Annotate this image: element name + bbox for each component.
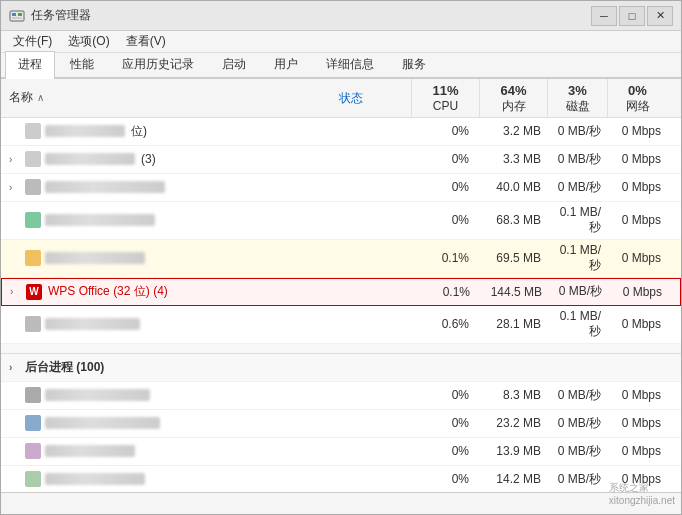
expand-arrow-icon bbox=[9, 253, 21, 264]
row-status bbox=[331, 448, 411, 454]
row-cpu: 0% bbox=[411, 177, 479, 197]
tab-processes[interactable]: 进程 bbox=[5, 51, 55, 79]
table-row[interactable]: 位) 0% 3.2 MB 0 MB/秒 0 Mbps bbox=[1, 118, 681, 146]
row-status bbox=[331, 184, 411, 190]
process-icon bbox=[25, 443, 41, 459]
expand-arrow-icon: › bbox=[10, 286, 22, 297]
row-net: 0 Mbps bbox=[607, 413, 667, 433]
content-area: 名称 ∧ 状态 11% CPU 64% 内存 3% 磁盘 0% 网络 bbox=[1, 79, 681, 492]
section-header-background[interactable]: › 后台进程 (100) bbox=[1, 354, 681, 382]
row-net: 0 Mbps bbox=[608, 282, 668, 302]
table-row[interactable]: 0% 68.3 MB 0.1 MB/秒 0 Mbps bbox=[1, 202, 681, 240]
minimize-button[interactable]: ─ bbox=[591, 6, 617, 26]
row-status bbox=[331, 128, 411, 134]
row-net: 0 Mbps bbox=[607, 248, 667, 268]
maximize-button[interactable]: □ bbox=[619, 6, 645, 26]
row-disk: 0 MB/秒 bbox=[547, 120, 607, 143]
svg-rect-1 bbox=[12, 13, 16, 16]
col-net-header[interactable]: 0% 网络 bbox=[607, 79, 667, 117]
row-mem: 8.3 MB bbox=[479, 385, 547, 405]
tab-app-history[interactable]: 应用历史记录 bbox=[109, 51, 207, 77]
menu-view[interactable]: 查看(V) bbox=[118, 31, 174, 52]
row-cpu: 0% bbox=[411, 210, 479, 230]
col-name-header[interactable]: 名称 ∧ bbox=[1, 85, 331, 110]
process-name-blurred bbox=[45, 181, 165, 193]
col-mem-pct: 64% bbox=[484, 83, 543, 99]
row-name: › W WPS Office (32 位) (4) bbox=[2, 280, 332, 303]
table-row[interactable]: 0% 14.2 MB 0 MB/秒 0 Mbps bbox=[1, 466, 681, 492]
table-row[interactable]: 0% 8.3 MB 0 MB/秒 0 Mbps bbox=[1, 382, 681, 410]
row-name bbox=[1, 412, 331, 434]
table-row[interactable]: › (3) 0% 3.3 MB 0 MB/秒 0 Mbps bbox=[1, 146, 681, 174]
col-mem-header[interactable]: 64% 内存 bbox=[479, 79, 547, 117]
table-row[interactable]: 0.6% 28.1 MB 0.1 MB/秒 0 Mbps bbox=[1, 306, 681, 344]
col-net-pct: 0% bbox=[612, 83, 663, 99]
row-cpu: 0% bbox=[411, 121, 479, 141]
col-cpu-header[interactable]: 11% CPU bbox=[411, 79, 479, 117]
row-net: 0 Mbps bbox=[607, 314, 667, 334]
bottom-bar bbox=[1, 492, 681, 514]
row-net: 0 Mbps bbox=[607, 469, 667, 489]
svg-rect-3 bbox=[12, 17, 22, 19]
expand-arrow-icon bbox=[9, 418, 21, 429]
row-status bbox=[331, 392, 411, 398]
row-disk: 0 MB/秒 bbox=[547, 468, 607, 491]
col-status-header[interactable]: 状态 bbox=[331, 87, 411, 109]
expand-arrow-icon bbox=[9, 319, 21, 330]
row-disk: 0.1 MB/秒 bbox=[547, 306, 607, 343]
table-row[interactable]: 0% 23.2 MB 0 MB/秒 0 Mbps bbox=[1, 410, 681, 438]
wps-icon: W bbox=[26, 284, 42, 300]
row-cpu: 0.6% bbox=[411, 314, 479, 334]
process-icon bbox=[25, 212, 41, 228]
table-row[interactable]: 0.1% 69.5 MB 0.1 MB/秒 0 Mbps bbox=[1, 240, 681, 278]
row-disk: 0 MB/秒 bbox=[547, 412, 607, 435]
row-status bbox=[331, 476, 411, 482]
row-disk: 0 MB/秒 bbox=[547, 384, 607, 407]
row-cpu bbox=[411, 364, 479, 370]
tab-performance[interactable]: 性能 bbox=[57, 51, 107, 77]
close-button[interactable]: ✕ bbox=[647, 6, 673, 26]
row-net: 0 Mbps bbox=[607, 385, 667, 405]
row-name bbox=[1, 313, 331, 335]
expand-arrow-icon bbox=[9, 390, 21, 401]
tab-services[interactable]: 服务 bbox=[389, 51, 439, 77]
row-disk bbox=[547, 364, 607, 370]
row-name bbox=[1, 468, 331, 490]
process-icon bbox=[25, 250, 41, 266]
row-mem: 144.5 MB bbox=[480, 282, 548, 302]
row-name: › (3) bbox=[1, 148, 331, 170]
col-name-label: 名称 bbox=[9, 89, 33, 106]
expand-arrow-icon: › bbox=[9, 154, 21, 165]
row-cpu: 0% bbox=[411, 441, 479, 461]
process-icon bbox=[25, 123, 41, 139]
expand-arrow-icon: › bbox=[9, 362, 21, 373]
col-net-label: 网络 bbox=[612, 99, 663, 113]
row-disk: 0 MB/秒 bbox=[547, 148, 607, 171]
row-name bbox=[1, 247, 331, 269]
table-body[interactable]: 位) 0% 3.2 MB 0 MB/秒 0 Mbps › (3) 0% 3.3 … bbox=[1, 118, 681, 492]
row-cpu: 0% bbox=[411, 385, 479, 405]
row-disk: 0 MB/秒 bbox=[547, 440, 607, 463]
table-row[interactable]: › 0% 40.0 MB 0 MB/秒 0 Mbps bbox=[1, 174, 681, 202]
row-disk: 0.1 MB/秒 bbox=[547, 202, 607, 239]
menu-options[interactable]: 选项(O) bbox=[60, 31, 117, 52]
col-disk-header[interactable]: 3% 磁盘 bbox=[547, 79, 607, 117]
table-header: 名称 ∧ 状态 11% CPU 64% 内存 3% 磁盘 0% 网络 bbox=[1, 79, 681, 118]
tab-users[interactable]: 用户 bbox=[261, 51, 311, 77]
row-mem: 68.3 MB bbox=[479, 210, 547, 230]
process-name-blurred bbox=[45, 252, 145, 264]
row-name bbox=[1, 440, 331, 462]
row-disk: 0.1 MB/秒 bbox=[547, 240, 607, 277]
col-disk-label: 磁盘 bbox=[552, 99, 603, 113]
menu-file[interactable]: 文件(F) bbox=[5, 31, 60, 52]
window-title: 任务管理器 bbox=[31, 7, 91, 24]
row-cpu: 0.1% bbox=[411, 248, 479, 268]
row-mem: 23.2 MB bbox=[479, 413, 547, 433]
col-status-label: 状态 bbox=[339, 91, 403, 105]
table-row[interactable]: 0% 13.9 MB 0 MB/秒 0 Mbps bbox=[1, 438, 681, 466]
wps-office-row[interactable]: › W WPS Office (32 位) (4) 0.1% 144.5 MB … bbox=[1, 278, 681, 306]
tab-startup[interactable]: 启动 bbox=[209, 51, 259, 77]
col-cpu-label: CPU bbox=[416, 99, 475, 113]
process-name: WPS Office (32 位) (4) bbox=[48, 283, 168, 300]
tab-details[interactable]: 详细信息 bbox=[313, 51, 387, 77]
